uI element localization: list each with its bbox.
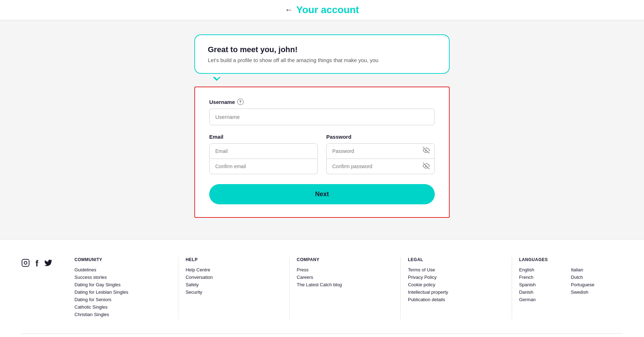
footer-help-title: HELP [185, 257, 282, 262]
footer-company-title: COMPANY [297, 257, 393, 262]
instagram-icon[interactable] [21, 259, 30, 269]
next-button[interactable]: Next [209, 184, 435, 204]
footer-languages-title: LANGUAGES [519, 257, 616, 262]
footer-link[interactable]: Dating for Lesbian Singles [74, 289, 171, 295]
username-section: Username ? [209, 99, 435, 125]
header: ← Your account [0, 0, 644, 20]
confirm-password-wrapper [326, 159, 435, 174]
language-link[interactable]: German [519, 297, 564, 302]
footer-link[interactable]: Dating for Seniors [74, 297, 171, 302]
footer-link[interactable]: Catholic Singles [74, 304, 171, 310]
footer-link[interactable]: Intellectual property [408, 289, 504, 295]
confirm-password-input[interactable] [326, 159, 435, 174]
email-column: Email [209, 134, 318, 174]
username-help-icon[interactable]: ? [237, 99, 244, 105]
footer-languages-col2: ItalianDutchPortugueseSwedish [571, 267, 616, 304]
social-icons: f [21, 257, 60, 319]
footer-link[interactable]: Safety [185, 282, 282, 287]
footer-legal-links: Terms of UsePrivacy PolicyCookie policyI… [408, 267, 504, 302]
language-link[interactable]: Italian [571, 267, 616, 272]
language-link[interactable]: Spanish [519, 282, 564, 287]
footer-legal-col: LEGAL Terms of UsePrivacy PolicyCookie p… [408, 257, 512, 319]
footer-link[interactable]: Publication details [408, 297, 504, 302]
footer-link[interactable]: Security [185, 289, 282, 295]
password-wrapper [326, 143, 435, 159]
footer-legal-title: LEGAL [408, 257, 504, 262]
password-toggle-icon[interactable] [423, 147, 430, 156]
main-content: Great to meet you, john! Let's build a p… [187, 20, 457, 239]
footer-company-links: PressCareersThe Latest Catch blog [297, 267, 393, 287]
footer-link[interactable]: Guidelines [74, 267, 171, 272]
confirm-password-toggle-icon[interactable] [423, 162, 430, 171]
email-password-row: Email Password [209, 134, 435, 174]
svg-rect-2 [22, 259, 29, 266]
welcome-bubble: Great to meet you, john! Let's build a p… [194, 34, 450, 74]
footer-languages-col: LANGUAGES EnglishFrenchSpanishDanishGerm… [519, 257, 623, 319]
footer-link[interactable]: Success stories [74, 275, 171, 280]
language-link[interactable]: Swedish [571, 289, 616, 295]
account-form: Username ? Email Password [194, 87, 450, 218]
twitter-icon[interactable] [44, 259, 52, 269]
footer: f COMMUNITY GuidelinesSuccess storiesDat… [0, 239, 644, 337]
back-arrow-icon[interactable]: ← [285, 5, 293, 15]
footer-link[interactable]: Cookie policy [408, 282, 504, 287]
footer-community-title: COMMUNITY [74, 257, 171, 262]
footer-link[interactable]: Careers [297, 275, 393, 280]
language-link[interactable]: Portuguese [571, 282, 616, 287]
footer-link[interactable]: Conversation [185, 275, 282, 280]
page-title: Your account [296, 4, 359, 16]
password-label: Password [326, 134, 435, 140]
page-title-container: ← Your account [285, 4, 359, 16]
footer-community-col: COMMUNITY GuidelinesSuccess storiesDatin… [74, 257, 178, 319]
footer-link[interactable]: Terms of Use [408, 267, 504, 272]
password-column: Password [326, 134, 435, 174]
footer-help-links: Help CentreConversationSafetySecurity [185, 267, 282, 295]
footer-columns: COMMUNITY GuidelinesSuccess storiesDatin… [74, 257, 623, 319]
footer-copyright: Copyright 2001-2022 Plentyoffish Media U… [21, 333, 623, 337]
footer-link[interactable]: Privacy Policy [408, 275, 504, 280]
footer-link[interactable]: Dating for Gay Singles [74, 282, 171, 287]
email-input[interactable] [209, 143, 318, 159]
bubble-subtitle: Let's build a profile to show off all th… [208, 57, 436, 63]
footer-top: f COMMUNITY GuidelinesSuccess storiesDat… [21, 257, 623, 319]
footer-company-col: COMPANY PressCareersThe Latest Catch blo… [297, 257, 401, 319]
footer-link[interactable]: Christian Singles [74, 312, 171, 317]
footer-link[interactable]: Help Centre [185, 267, 282, 272]
password-input[interactable] [326, 143, 435, 159]
bubble-greeting: Great to meet you, john! [208, 45, 436, 54]
language-link[interactable]: French [519, 275, 564, 280]
confirm-email-input[interactable] [209, 159, 318, 174]
language-link[interactable]: Dutch [571, 275, 616, 280]
language-link[interactable]: Danish [519, 289, 564, 295]
footer-languages-grid: EnglishFrenchSpanishDanishGerman Italian… [519, 267, 616, 304]
language-link[interactable]: English [519, 267, 564, 272]
username-input[interactable] [209, 109, 435, 125]
email-label: Email [209, 134, 318, 140]
footer-community-links: GuidelinesSuccess storiesDating for Gay … [74, 267, 171, 317]
footer-help-col: HELP Help CentreConversationSafetySecuri… [185, 257, 289, 319]
username-label: Username ? [209, 99, 435, 105]
footer-languages-col1: EnglishFrenchSpanishDanishGerman [519, 267, 564, 304]
footer-link[interactable]: The Latest Catch blog [297, 282, 393, 287]
footer-link[interactable]: Press [297, 267, 393, 272]
facebook-icon[interactable]: f [35, 259, 38, 269]
